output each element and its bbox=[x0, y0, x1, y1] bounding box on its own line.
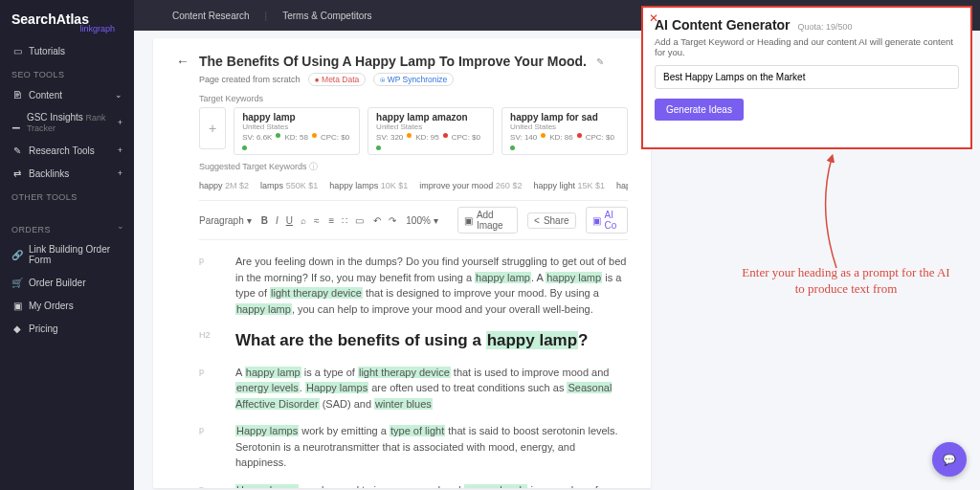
sidebar-item-label: Content bbox=[29, 90, 62, 100]
chart-icon: ▁ bbox=[11, 117, 21, 128]
ai-quota-label: Quota: 19/500 bbox=[798, 22, 853, 32]
close-icon[interactable]: ✕ bbox=[649, 11, 658, 25]
sidebar-item-label: Order Builder bbox=[29, 278, 85, 288]
paragraph: Happy lamps work by emitting a type of l… bbox=[235, 423, 628, 471]
ai-content-button[interactable]: ▣ AI Co bbox=[586, 207, 628, 234]
editor-body[interactable]: pAre you feeling down in the dumps? Do y… bbox=[199, 254, 628, 488]
wrench-icon: ✎ bbox=[11, 145, 23, 156]
chevron-down-icon: ⌄ bbox=[117, 221, 124, 231]
ai-prompt-input[interactable] bbox=[655, 65, 959, 89]
target-keywords-label: Target Keywords bbox=[199, 94, 628, 103]
link-icon: ⇄ bbox=[11, 167, 23, 179]
tab-content-research[interactable]: Content Research bbox=[172, 11, 250, 21]
sidebar-item-label: Research Tools bbox=[29, 145, 95, 156]
sidebar-item-backlinks[interactable]: ⇄Backlinks + bbox=[0, 162, 134, 185]
sidebar-item-pricing[interactable]: ◆Pricing bbox=[0, 317, 134, 340]
link-icon: 🔗 bbox=[11, 249, 23, 260]
suggested-keyword[interactable]: happy 2M $2 bbox=[199, 181, 249, 190]
meta-data-badge[interactable]: ● Meta Data bbox=[308, 73, 367, 86]
annotation-arrow bbox=[798, 153, 856, 278]
sidebar-item-content[interactable]: 🖹Content ⌄ bbox=[0, 83, 134, 106]
tag-icon: ◆ bbox=[11, 323, 23, 334]
paragraph: A happy lamp is a type of light therapy … bbox=[235, 365, 628, 412]
suggested-keyword[interactable]: improve your mood 260 $2 bbox=[419, 181, 522, 190]
sidebar-item-gsc[interactable]: ▁GSC Insights Rank Tracker + bbox=[0, 106, 134, 139]
page-created-label: Page created from scratch bbox=[199, 75, 301, 84]
suggested-keywords-label: Suggested Target Keywords ⓘ bbox=[199, 161, 628, 173]
add-image-button[interactable]: ▣Add Image bbox=[457, 207, 518, 234]
sidebar: SearchAtlas linkgraph ▭Tutorials SEO TOO… bbox=[0, 0, 134, 490]
link-button[interactable]: ⌕ bbox=[301, 215, 306, 226]
ai-panel-title: AI Content Generator bbox=[655, 17, 791, 33]
page-title: The Benefits Of Using A Happy Lamp To Im… bbox=[199, 54, 587, 69]
block-tag: p bbox=[199, 423, 218, 471]
tab-terms-competitors[interactable]: Terms & Competitors bbox=[282, 11, 371, 21]
list-ul-button[interactable]: ∷ bbox=[342, 215, 347, 226]
sidebar-section-other: OTHER TOOLS bbox=[0, 185, 134, 206]
ai-content-generator-panel: ✕ AI Content GeneratorQuota: 19/500 Add … bbox=[641, 6, 972, 149]
sidebar-item-label: Backlinks bbox=[29, 168, 69, 179]
zoom-select[interactable]: 100% ▾ bbox=[406, 215, 438, 226]
share-button[interactable]: <Share bbox=[527, 212, 576, 229]
sidebar-item-orderbuilder[interactable]: 🛒Order Builder bbox=[0, 271, 134, 294]
editor-canvas: ← The Benefits Of Using A Happy Lamp To … bbox=[153, 38, 651, 488]
italic-button[interactable]: I bbox=[276, 215, 278, 226]
sidebar-section-orders: ORDERS bbox=[0, 217, 134, 238]
chevron-down-icon: ⌄ bbox=[115, 90, 122, 100]
paragraph-select[interactable]: Paragraph ▾ bbox=[199, 215, 252, 226]
chat-fab[interactable]: 💬 bbox=[932, 442, 967, 477]
chat-icon: 💬 bbox=[943, 454, 956, 466]
paragraph: Are you feeling down in the dumps? Do yo… bbox=[235, 254, 628, 317]
box-icon: ▣ bbox=[11, 300, 23, 311]
sidebar-item-label: GSC Insights Rank Tracker bbox=[27, 112, 118, 133]
keyword-card[interactable]: happy lamp for sad United States SV: 140… bbox=[501, 107, 628, 155]
redo-button[interactable]: ↷ bbox=[389, 215, 396, 226]
sidebar-item-label: Link Building Order Form bbox=[29, 244, 122, 265]
editor-toolbar: Paragraph ▾ B I U ⌕ ≈ ≡ ∷ ▭ ↶ ↷ 100% ▾ ▣… bbox=[199, 200, 628, 240]
block-tag: p bbox=[199, 254, 218, 317]
divider: | bbox=[265, 11, 268, 21]
sidebar-item-label: Pricing bbox=[29, 323, 58, 334]
quote-button[interactable]: ▭ bbox=[355, 215, 364, 226]
logo: SearchAtlas linkgraph bbox=[0, 8, 134, 39]
doc-icon: 🖹 bbox=[11, 89, 23, 100]
suggested-keyword[interactable]: happy lamps 10K $1 bbox=[329, 181, 408, 190]
sidebar-item-tutorials[interactable]: ▭Tutorials bbox=[0, 39, 134, 62]
sidebar-item-label: Tutorials bbox=[29, 46, 65, 56]
generate-ideas-button[interactable]: Generate Ideas bbox=[655, 99, 744, 121]
sidebar-item-label: My Orders bbox=[29, 301, 74, 311]
plus-icon: + bbox=[118, 118, 122, 127]
plus-icon: + bbox=[118, 168, 122, 178]
book-icon: ▭ bbox=[11, 45, 23, 56]
edit-icon[interactable]: ✎ bbox=[596, 56, 604, 67]
keyword-card[interactable]: happy lamp United States SV: 6.6KKD: 58C… bbox=[234, 107, 360, 155]
sidebar-item-research[interactable]: ✎Research Tools + bbox=[0, 139, 134, 162]
list-ol-button[interactable]: ≡ bbox=[328, 215, 334, 226]
block-tag: p bbox=[199, 482, 218, 489]
paragraph: Happy lamps can be used to improve mood … bbox=[235, 482, 628, 489]
sidebar-section-seo: SEO TOOLS bbox=[0, 62, 134, 83]
sidebar-item-myorders[interactable]: ▣My Orders bbox=[0, 294, 134, 317]
info-icon[interactable]: ⓘ bbox=[309, 162, 318, 171]
sidebar-item-linkbuild[interactable]: 🔗Link Building Order Form bbox=[0, 238, 134, 271]
undo-button[interactable]: ↶ bbox=[373, 215, 381, 226]
heading-2: What are the benefits of using a happy l… bbox=[235, 328, 628, 353]
suggested-keyword[interactable]: happy light 15K $1 bbox=[533, 181, 605, 190]
image-icon: ▣ bbox=[464, 215, 473, 226]
block-tag: H2 bbox=[199, 328, 218, 353]
annotation-text: Enter your heading as a prompt for the A… bbox=[741, 265, 951, 298]
wp-sync-badge[interactable]: ⍟ WP Synchronize bbox=[373, 73, 454, 86]
bold-button[interactable]: B bbox=[261, 215, 268, 226]
code-button[interactable]: ≈ bbox=[314, 215, 320, 226]
ai-panel-subtitle: Add a Target Keyword or Heading and our … bbox=[655, 36, 959, 57]
block-tag: p bbox=[199, 365, 218, 412]
plus-icon: + bbox=[118, 145, 122, 155]
suggested-keyword[interactable]: happy light amz bbox=[616, 181, 628, 190]
add-keyword-button[interactable]: + bbox=[199, 107, 226, 149]
cart-icon: 🛒 bbox=[11, 277, 23, 288]
suggested-keywords-row: happy 2M $2 lamps 550K $1 happy lamps 10… bbox=[199, 181, 628, 190]
suggested-keyword[interactable]: lamps 550K $1 bbox=[260, 181, 318, 190]
back-arrow-icon[interactable]: ← bbox=[176, 54, 189, 69]
underline-button[interactable]: U bbox=[286, 215, 293, 226]
keyword-card[interactable]: happy lamp amazon United States SV: 320K… bbox=[368, 107, 494, 155]
